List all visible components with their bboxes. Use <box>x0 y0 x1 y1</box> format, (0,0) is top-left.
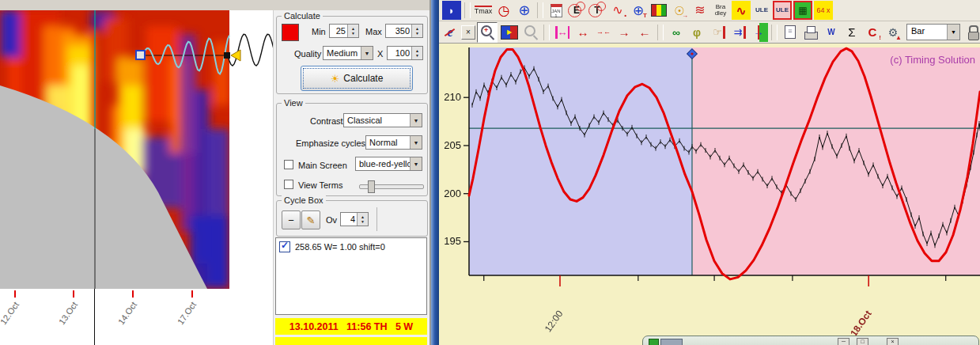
view-group-title: View <box>282 98 305 108</box>
lock-icon[interactable] <box>964 23 980 42</box>
waves-grid-icon[interactable]: ≋ <box>691 1 709 20</box>
chart-area[interactable]: 21020520019512:0018.Oct(c) Timing Soluti… <box>439 44 980 345</box>
clock-icon[interactable]: ◷ <box>494 1 513 20</box>
calendar-icon[interactable]: JAN 1 <box>547 1 566 20</box>
overtones-spinner-arrows[interactable]: ▲▼ <box>357 213 368 226</box>
close-mini-icon[interactable]: × <box>461 25 475 40</box>
x-value[interactable]: 100 <box>388 47 411 59</box>
arrow-to-green-icon[interactable]: → <box>749 23 768 42</box>
panel-close-button[interactable]: × <box>887 338 899 345</box>
range-bounds-icon[interactable]: ↔ <box>553 23 572 42</box>
step-forward-glyph: → <box>619 26 630 38</box>
zoom-in-badge: + <box>484 26 488 34</box>
cycle-list[interactable]: 258.65 W= 1.00 shift=0 <box>275 237 427 315</box>
navigate-flag-icon[interactable]: ▶ <box>501 25 518 40</box>
ule-active-glyph: ULE <box>776 7 789 13</box>
toolbar-separator <box>537 2 543 18</box>
docked-panel[interactable]: ─ □ × <box>642 336 979 345</box>
terms-slider[interactable] <box>359 184 424 189</box>
palette-dropdown-arrow[interactable]: ▼ <box>410 157 422 170</box>
tmax-glyph: Tmax <box>475 6 493 15</box>
min-value[interactable]: 25 <box>330 25 347 37</box>
eclipse-t-icon[interactable]: T <box>588 1 607 20</box>
bar-style-select-value: Bar <box>907 25 947 40</box>
split-bar-icon[interactable]: φ <box>687 23 706 42</box>
spectrogram-window: 12.Oct13.Oct14.Oct17.Oct Calculate Min 2… <box>0 0 429 345</box>
x-spinner-arrows[interactable]: ▲▼ <box>411 47 422 59</box>
tools-wizard-icon[interactable]: ⚙▲ <box>884 23 902 42</box>
terms-slider-thumb[interactable] <box>368 180 375 193</box>
min-spinner-arrows[interactable]: ▲▼ <box>347 25 358 37</box>
x-spinner[interactable]: 100 ▲▼ <box>387 46 423 60</box>
cycle-item-label: 258.65 W= 1.00 shift=0 <box>295 242 385 252</box>
panel-maximize-button[interactable]: □ <box>857 338 868 345</box>
view-terms-checkbox[interactable] <box>284 180 293 189</box>
wave-right-handle[interactable] <box>224 52 230 59</box>
zigzag-yellow-icon[interactable]: ∿ <box>732 1 751 20</box>
expand-range-icon[interactable]: ↔ <box>573 23 592 42</box>
cycle-color-swatch[interactable] <box>282 24 299 41</box>
eclipse-e-icon[interactable]: E <box>567 1 586 20</box>
shrink-range-icon[interactable]: →← <box>594 23 613 42</box>
astro-wheel-icon[interactable]: ⊕ <box>515 1 534 20</box>
y-axis-label: 205 <box>444 139 461 151</box>
sine-events-icon[interactable]: ∿• <box>608 1 627 20</box>
ule-active-icon[interactable]: ULE <box>773 1 792 20</box>
min-label: Min <box>312 27 326 36</box>
contrast-dropdown-arrow[interactable]: ▼ <box>410 114 422 127</box>
date-tick <box>191 290 193 298</box>
panel-title-fragment <box>660 339 683 345</box>
emphasize-dropdown-arrow[interactable]: ▼ <box>410 136 422 149</box>
cycle-list-item[interactable]: 258.65 W= 1.00 shift=0 <box>279 241 385 252</box>
app-logo-glyph: e <box>447 26 452 39</box>
satellite-dish-icon[interactable]: ◗ <box>442 1 461 20</box>
zoom-out-disabled-icon[interactable] <box>521 23 540 42</box>
min-spinner[interactable]: 25 ▲▼ <box>329 24 359 38</box>
remove-cycle-button[interactable]: − <box>282 210 301 229</box>
max-spinner[interactable]: 350 ▲▼ <box>385 24 423 38</box>
zoom-in-icon[interactable]: + <box>477 22 498 43</box>
edit-cycle-button[interactable]: ✎ <box>301 210 320 229</box>
step-back-icon[interactable]: ← <box>635 23 654 42</box>
spectrogram-window-titlebar[interactable] <box>0 0 429 11</box>
rgb-bars-icon[interactable] <box>649 1 668 20</box>
hand-to-bar-icon[interactable]: ☞ <box>708 23 727 42</box>
linked-circles-icon[interactable]: ∞ <box>667 23 686 42</box>
overtones-spinner[interactable]: 4 ▲▼ <box>340 212 369 226</box>
max-spinner-arrows[interactable]: ▲▼ <box>411 25 422 37</box>
close-mini-glyph: × <box>466 28 471 36</box>
print-icon[interactable] <box>801 23 820 42</box>
sum-icon[interactable]: Σ <box>842 23 861 42</box>
bar-style-select[interactable]: Bar▼ <box>906 24 960 40</box>
wave-left-handle[interactable] <box>136 51 145 59</box>
sun-arrow-icon[interactable]: ☉→ <box>670 1 689 20</box>
recalc-icon[interactable]: C! <box>863 23 882 42</box>
emphasize-cycles-dropdown[interactable]: Normal ▼ <box>365 135 422 150</box>
cycle-item-checkbox[interactable] <box>279 241 290 252</box>
chevron-down-icon[interactable]: ▼ <box>947 25 959 40</box>
max-value[interactable]: 350 <box>386 25 411 37</box>
calculate-button[interactable]: ☀ Calculate <box>301 66 413 91</box>
bradley-icon[interactable]: Bra dley <box>711 1 730 20</box>
chart-stats-icon[interactable]: W <box>822 23 841 42</box>
step-forward-icon[interactable]: → <box>615 23 634 42</box>
price-projection-chart[interactable]: 21020520019512:0018.Oct(c) Timing Soluti… <box>439 44 980 345</box>
emphasize-value: Normal <box>366 136 410 149</box>
report-icon[interactable] <box>781 23 800 42</box>
globe-t-icon[interactable]: ⊕T <box>629 1 648 20</box>
timing-solution-app: 12.Oct13.Oct14.Oct17.Oct Calculate Min 2… <box>0 0 980 345</box>
main-screen-checkbox[interactable] <box>284 160 293 169</box>
tmax-icon[interactable]: Tmax <box>474 1 493 20</box>
arrows-to-bar-icon[interactable]: ⇉ <box>728 23 747 42</box>
palette-dropdown[interactable]: blue-red-yellow ▼ <box>355 157 422 171</box>
quality-dropdown-arrow[interactable]: ▼ <box>361 47 373 59</box>
contrast-dropdown[interactable]: Classical ▼ <box>343 113 422 127</box>
wavelet-spectrogram[interactable] <box>0 10 273 289</box>
overtones-value[interactable]: 4 <box>341 213 357 226</box>
calculator-icon[interactable]: ▦ <box>793 1 812 20</box>
panel-minimize-button[interactable]: ─ <box>838 338 849 345</box>
64x-icon[interactable]: 64 x <box>814 1 833 20</box>
ule-icon[interactable]: ULE <box>752 1 771 20</box>
quality-dropdown[interactable]: Medium ▼ <box>323 46 373 60</box>
app-logo-icon[interactable]: e <box>441 23 460 42</box>
